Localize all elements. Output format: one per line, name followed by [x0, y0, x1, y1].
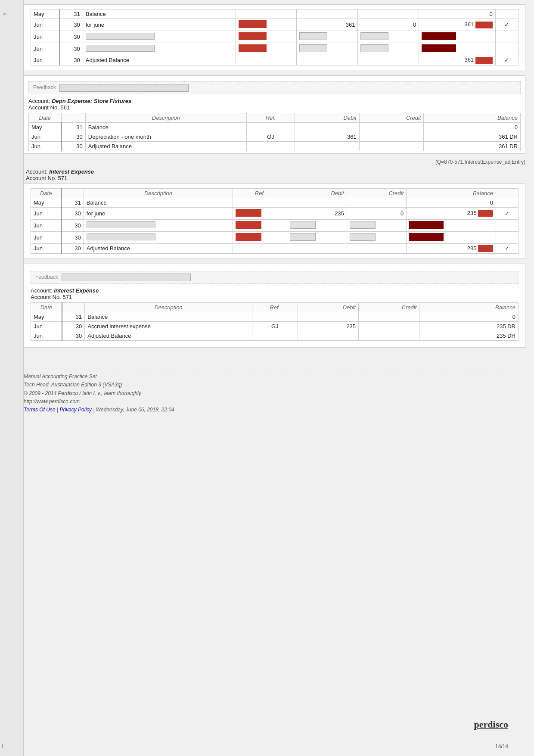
ref-cell: [236, 9, 297, 19]
ref-cell: [246, 122, 295, 132]
check-cell: [496, 219, 518, 231]
day-cell: 30: [60, 43, 83, 55]
credit-cell: [359, 331, 419, 341]
balance-input[interactable]: [407, 219, 496, 231]
store-fixtures-input-table: May 31 Balance 0 Jun 30 for june: [31, 9, 518, 65]
ref-cell: GJ: [252, 322, 298, 331]
debit-cell: [297, 55, 358, 65]
check-icon: ✓: [495, 19, 518, 31]
ref-cell: [233, 243, 287, 254]
desc-input[interactable]: [84, 231, 233, 243]
th-balance: Balance: [419, 303, 518, 312]
day-cell: 30: [61, 231, 84, 243]
ref-cell: [233, 198, 287, 207]
table-row: Jun 30: [31, 219, 518, 231]
desc-cell: [83, 43, 236, 55]
credit-value: 0: [347, 207, 406, 219]
month-cell: Jun: [31, 43, 60, 55]
ref-input[interactable]: [236, 43, 297, 55]
desc-cell: Depreciation - one month: [85, 132, 246, 141]
credit-input[interactable]: [347, 219, 406, 231]
account-header-store-fixtures: Account: Depn Expense: Store Fixtures Ac…: [28, 98, 521, 111]
balance-cell: 361 DR: [424, 132, 521, 141]
check-icon: ✓: [496, 243, 518, 254]
debit-value: 361: [297, 19, 358, 31]
balance-value: 235: [407, 243, 496, 254]
month-cell: May: [29, 122, 62, 132]
day-cell: 30: [60, 31, 83, 43]
store-fixtures-feedback-table: Date Description Ref. Debit Credit Balan…: [28, 113, 521, 151]
terms-of-use-link[interactable]: Terms Of Use: [24, 407, 56, 413]
month-cell: Jun: [31, 31, 60, 43]
month-cell: Jun: [29, 132, 62, 141]
debit-input[interactable]: [297, 31, 358, 43]
credit-cell: [358, 9, 419, 19]
balance-value: 361: [419, 55, 495, 65]
table-row: Jun 30: [31, 31, 518, 43]
sidebar-label: €: [2, 13, 7, 16]
privacy-policy-link[interactable]: Privacy Policy: [59, 407, 92, 413]
bottom-left-marker: i: [2, 744, 3, 750]
debit-input[interactable]: [287, 231, 347, 243]
th-debit: Debit: [298, 303, 358, 312]
debit-cell: [295, 141, 360, 151]
ref-cell-input[interactable]: [236, 19, 297, 31]
balance-input[interactable]: [419, 43, 495, 55]
day-cell: 30: [62, 322, 85, 331]
th-debit: Debit: [287, 188, 347, 198]
desc-cell: Adjusted Balance: [85, 141, 246, 151]
section-store-fixtures-input: May 31 Balance 0 Jun 30 for june: [24, 4, 525, 70]
check-cell: [495, 31, 518, 43]
ref-cell: GJ: [246, 132, 295, 141]
desc-cell: for june: [83, 19, 236, 31]
credit-cell: [359, 322, 419, 331]
th-desc: Description: [85, 113, 246, 122]
balance-cell: 0: [419, 312, 518, 322]
credit-cell: [359, 312, 419, 322]
ref-input[interactable]: [236, 31, 297, 43]
credit-cell: [347, 198, 406, 207]
th-debit: Debit: [295, 113, 360, 122]
section-interest-expense-input: Date Description Ref. Debit Credit Balan…: [24, 184, 525, 259]
th-desc: Description: [84, 188, 233, 198]
q-note: (Q=870-571.InterestExpense_adjEntry): [24, 159, 525, 165]
table-row: Jun 30 Depreciation - one month GJ 361 3…: [29, 132, 521, 141]
feedback-label-1: Feedback: [28, 81, 521, 94]
balance-input[interactable]: [419, 31, 495, 43]
desc-cell: Balance: [83, 9, 236, 19]
debit-input[interactable]: [287, 219, 347, 231]
ref-input[interactable]: [233, 219, 287, 231]
desc-cell: for june: [84, 207, 233, 219]
balance-input[interactable]: [407, 231, 496, 243]
debit-cell: [298, 312, 358, 322]
debit-input[interactable]: [297, 43, 358, 55]
ref-input[interactable]: [233, 231, 287, 243]
credit-input[interactable]: [358, 31, 419, 43]
balance-cell: 361 DR: [424, 141, 521, 151]
month-cell: Jun: [31, 19, 60, 31]
month-cell: Jun: [31, 243, 62, 254]
day-cell: 30: [61, 141, 85, 151]
ref-cell: [236, 55, 297, 65]
balance-value: 361: [419, 19, 495, 31]
ref-input[interactable]: [233, 207, 287, 219]
day-cell: 30: [62, 331, 85, 341]
footer: Manual Accounting Practice Set Tech Head…: [24, 368, 510, 414]
th-check: [496, 188, 518, 198]
table-row: Jun 30 for june 361 0 361 ✓: [31, 19, 518, 31]
credit-input[interactable]: [347, 231, 406, 243]
day-cell: 30: [60, 19, 83, 31]
th-ref: Ref.: [246, 113, 295, 122]
th-date2: [62, 303, 85, 312]
month-cell: May: [31, 9, 60, 19]
balance-cell: 0: [424, 122, 521, 132]
month-cell: Jun: [31, 322, 62, 331]
day-cell: 30: [60, 55, 83, 65]
credit-input[interactable]: [358, 43, 419, 55]
th-credit: Credit: [359, 113, 424, 122]
page-number: 14/14: [495, 744, 508, 750]
feedback-label-2: Feedback: [31, 271, 518, 284]
desc-cell: Adjusted Balance: [84, 243, 233, 254]
credit-value: 0: [358, 19, 419, 31]
desc-input[interactable]: [84, 219, 233, 231]
